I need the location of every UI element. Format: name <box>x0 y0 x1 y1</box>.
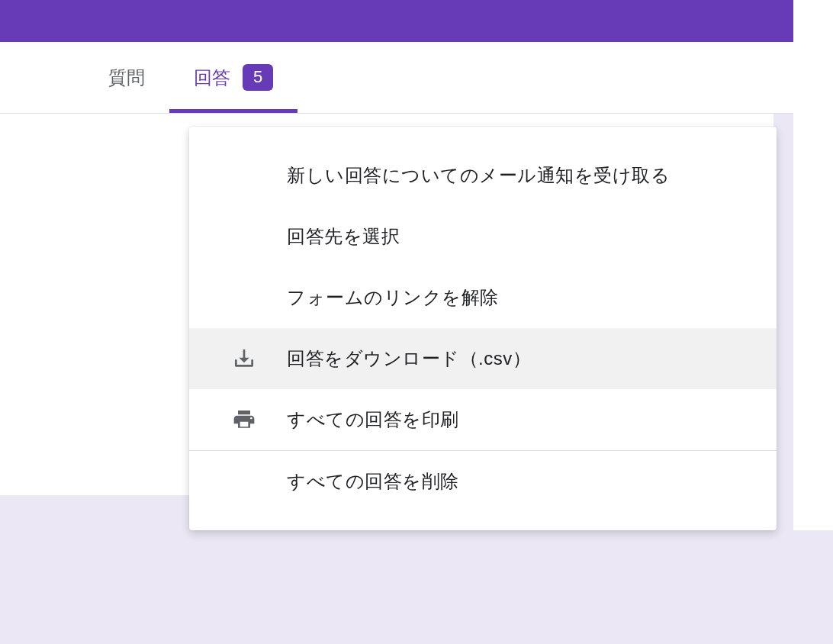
menu-item-email-notify[interactable]: 新しい回答についてのメール通知を受け取る <box>189 145 777 206</box>
tab-responses[interactable]: 回答 5 <box>169 42 298 113</box>
menu-item-print-all[interactable]: すべての回答を印刷 <box>189 389 777 450</box>
tab-responses-label: 回答 <box>194 66 230 90</box>
tab-questions[interactable]: 質問 <box>84 42 169 113</box>
print-icon <box>232 407 287 432</box>
responses-dropdown-menu: 新しい回答についてのメール通知を受け取る 回答先を選択 フォームのリンクを解除 … <box>189 127 777 530</box>
download-icon <box>232 346 287 371</box>
app-header-bar <box>0 0 833 42</box>
tab-questions-label: 質問 <box>108 66 145 90</box>
menu-item-unlink-form[interactable]: フォームのリンクを解除 <box>189 267 777 328</box>
menu-bottom-padding <box>189 512 777 530</box>
menu-item-print-all-label: すべての回答を印刷 <box>287 407 777 432</box>
menu-item-download-csv[interactable]: 回答をダウンロード（.csv） <box>189 328 777 389</box>
menu-item-email-notify-label: 新しい回答についてのメール通知を受け取る <box>232 163 777 188</box>
side-strip <box>793 0 833 530</box>
menu-item-select-destination-label: 回答先を選択 <box>232 224 777 249</box>
menu-item-delete-all[interactable]: すべての回答を削除 <box>189 451 777 512</box>
responses-count-badge: 5 <box>243 64 273 90</box>
menu-item-select-destination[interactable]: 回答先を選択 <box>189 206 777 267</box>
menu-item-unlink-form-label: フォームのリンクを解除 <box>232 285 777 310</box>
menu-item-download-csv-label: 回答をダウンロード（.csv） <box>287 346 777 371</box>
tab-bar: 質問 回答 5 <box>0 42 793 114</box>
menu-item-delete-all-label: すべての回答を削除 <box>232 469 777 494</box>
menu-top-padding <box>189 127 777 145</box>
